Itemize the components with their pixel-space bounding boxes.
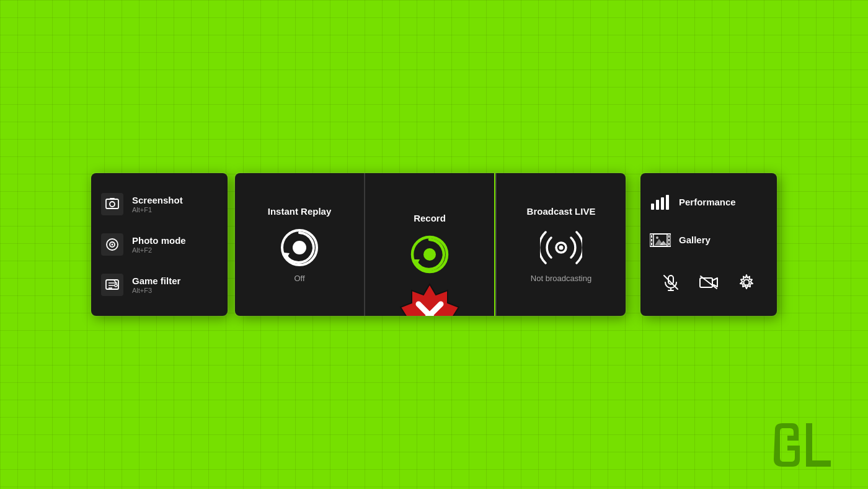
instant-replay-status: Off bbox=[294, 274, 304, 283]
photo-mode-shortcut: Alt+F2 bbox=[132, 246, 186, 254]
overlay-container: Screenshot Alt+F1 Photo mode Alt+F2 bbox=[91, 173, 777, 316]
svg-point-37 bbox=[656, 236, 658, 239]
photo-mode-item[interactable]: Photo mode Alt+F2 bbox=[101, 233, 218, 256]
svg-point-45 bbox=[744, 280, 750, 285]
game-filter-title: Game filter bbox=[132, 276, 180, 287]
error-badge bbox=[396, 281, 464, 316]
svg-rect-31 bbox=[651, 243, 652, 245]
performance-icon bbox=[649, 191, 671, 213]
svg-rect-30 bbox=[651, 239, 652, 241]
svg-point-16 bbox=[423, 248, 436, 261]
bottom-icons-row bbox=[649, 267, 768, 298]
svg-rect-25 bbox=[666, 195, 669, 210]
svg-point-21 bbox=[559, 246, 564, 250]
camera-muted-button[interactable] bbox=[697, 271, 720, 294]
svg-rect-42 bbox=[700, 278, 712, 287]
svg-rect-2 bbox=[110, 198, 115, 200]
record-panel[interactable]: Record bbox=[364, 173, 495, 316]
mic-muted-button[interactable] bbox=[659, 271, 683, 294]
middle-card: Instant Replay Off Record bbox=[235, 173, 626, 316]
screenshot-shortcut: Alt+F1 bbox=[132, 206, 183, 213]
gallery-item[interactable]: Gallery bbox=[649, 229, 768, 251]
watermark bbox=[769, 423, 837, 467]
svg-rect-23 bbox=[656, 200, 659, 210]
svg-point-1 bbox=[110, 202, 115, 207]
instant-replay-icon bbox=[277, 225, 322, 270]
game-filter-text: Game filter Alt+F3 bbox=[132, 276, 180, 294]
svg-point-9 bbox=[115, 284, 117, 287]
svg-rect-34 bbox=[668, 243, 670, 245]
gallery-icon bbox=[649, 229, 671, 251]
performance-title: Performance bbox=[679, 197, 736, 207]
performance-item[interactable]: Performance bbox=[649, 191, 768, 213]
screenshot-text: Screenshot Alt+F1 bbox=[132, 195, 183, 213]
photo-mode-title: Photo mode bbox=[132, 235, 186, 246]
record-title: Record bbox=[414, 213, 446, 223]
svg-point-5 bbox=[112, 243, 113, 245]
svg-rect-33 bbox=[668, 239, 670, 241]
left-card: Screenshot Alt+F1 Photo mode Alt+F2 bbox=[91, 173, 228, 316]
broadcast-status: Not broadcasting bbox=[531, 274, 591, 283]
broadcast-title: Broadcast LIVE bbox=[527, 206, 596, 217]
screenshot-icon bbox=[101, 193, 123, 215]
photo-mode-text: Photo mode Alt+F2 bbox=[132, 235, 186, 254]
game-filter-icon bbox=[101, 274, 123, 296]
game-filter-shortcut: Alt+F3 bbox=[132, 287, 180, 294]
right-card: Performance bbox=[640, 173, 777, 316]
svg-point-13 bbox=[293, 241, 306, 254]
photo-mode-icon bbox=[101, 233, 123, 256]
game-filter-item[interactable]: Game filter Alt+F3 bbox=[101, 274, 218, 296]
svg-rect-24 bbox=[661, 197, 664, 210]
svg-line-41 bbox=[664, 276, 678, 289]
screenshot-item[interactable]: Screenshot Alt+F1 bbox=[101, 193, 218, 215]
broadcast-panel[interactable]: Broadcast LIVE Not broadcasting bbox=[495, 173, 626, 316]
broadcast-icon bbox=[539, 225, 583, 270]
record-icon bbox=[407, 232, 452, 277]
svg-rect-29 bbox=[651, 235, 652, 238]
instant-replay-panel[interactable]: Instant Replay Off bbox=[235, 173, 364, 316]
screenshot-title: Screenshot bbox=[132, 195, 183, 206]
gallery-title: Gallery bbox=[679, 235, 711, 245]
svg-rect-32 bbox=[668, 235, 670, 238]
instant-replay-title: Instant Replay bbox=[268, 206, 332, 217]
svg-rect-22 bbox=[651, 204, 654, 210]
settings-button[interactable] bbox=[735, 271, 758, 294]
